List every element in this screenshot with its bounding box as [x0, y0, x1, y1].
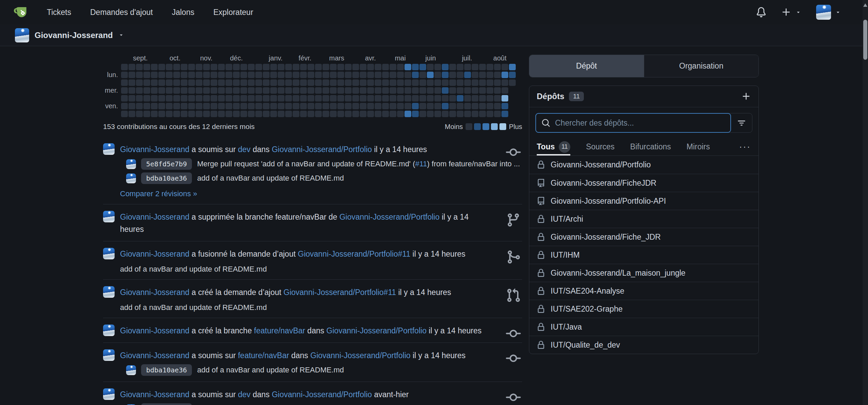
- heatmap-cell[interactable]: [397, 95, 404, 102]
- heatmap-cell[interactable]: [405, 72, 411, 78]
- heatmap-cell[interactable]: [464, 103, 471, 109]
- heatmap-cell[interactable]: [143, 87, 150, 94]
- heatmap-cell[interactable]: [233, 111, 240, 117]
- heatmap-cell[interactable]: [173, 87, 180, 94]
- heatmap-cell[interactable]: [442, 111, 449, 117]
- heatmap-cell[interactable]: [487, 87, 493, 94]
- heatmap-cell[interactable]: [390, 103, 396, 109]
- heatmap-cell[interactable]: [449, 103, 456, 109]
- heatmap-cell[interactable]: [188, 72, 195, 78]
- heatmap-cell[interactable]: [337, 72, 344, 78]
- heatmap-cell[interactable]: [419, 103, 426, 109]
- heatmap-cell[interactable]: [494, 87, 501, 94]
- heatmap-cell[interactable]: [158, 79, 165, 86]
- heatmap-cell[interactable]: [419, 79, 426, 86]
- heatmap-cell[interactable]: [196, 87, 202, 94]
- heatmap-cell[interactable]: [412, 87, 419, 94]
- heatmap-cell[interactable]: [472, 72, 478, 78]
- heatmap-cell[interactable]: [151, 72, 158, 78]
- heatmap-cell[interactable]: [427, 111, 434, 117]
- feed-link[interactable]: #11: [415, 160, 427, 168]
- heatmap-cell[interactable]: [322, 111, 329, 117]
- page-scrollbar[interactable]: [863, 0, 868, 405]
- heatmap-cell[interactable]: [397, 103, 404, 109]
- heatmap-cell[interactable]: [494, 111, 501, 117]
- heatmap-cell[interactable]: [360, 95, 367, 102]
- repo-list-item[interactable]: Giovanni-Josserand/FicheJDR: [529, 174, 758, 192]
- heatmap-cell[interactable]: [472, 64, 478, 70]
- heatmap-cell[interactable]: [196, 103, 202, 109]
- heatmap-cell[interactable]: [188, 111, 195, 117]
- repo-list-item[interactable]: Giovanni-Josserand/Portfolio: [529, 156, 758, 174]
- heatmap-cell[interactable]: [434, 79, 441, 86]
- heatmap-cell[interactable]: [345, 72, 352, 78]
- heatmap-cell[interactable]: [293, 103, 299, 109]
- heatmap-cell[interactable]: [405, 111, 411, 117]
- heatmap-cell[interactable]: [300, 79, 307, 86]
- context-user-switcher[interactable]: [118, 32, 124, 38]
- heatmap-cell[interactable]: [487, 95, 493, 102]
- heatmap-cell[interactable]: [367, 72, 374, 78]
- heatmap-cell[interactable]: [330, 95, 337, 102]
- heatmap-cell[interactable]: [285, 95, 292, 102]
- heatmap-cell[interactable]: [285, 103, 292, 109]
- heatmap-cell[interactable]: [129, 87, 135, 94]
- heatmap-cell[interactable]: [263, 72, 270, 78]
- heatmap-cell[interactable]: [233, 103, 240, 109]
- heatmap-cell[interactable]: [263, 111, 270, 117]
- heatmap-cell[interactable]: [360, 72, 367, 78]
- gitea-logo-icon[interactable]: [13, 4, 29, 20]
- heatmap-cell[interactable]: [270, 87, 277, 94]
- heatmap-cell[interactable]: [479, 79, 486, 86]
- repo-list-item[interactable]: Giovanni-Josserand/La_maison_jungle: [529, 264, 758, 282]
- heatmap-cell[interactable]: [248, 103, 255, 109]
- heatmap-cell[interactable]: [285, 72, 292, 78]
- heatmap-cell[interactable]: [442, 103, 449, 109]
- heatmap-cell[interactable]: [293, 111, 299, 117]
- heatmap-cell[interactable]: [218, 103, 225, 109]
- heatmap-cell[interactable]: [330, 103, 337, 109]
- heatmap-cell[interactable]: [479, 111, 486, 117]
- user-menu-button[interactable]: [816, 5, 841, 20]
- heatmap-cell[interactable]: [233, 64, 240, 70]
- heatmap-cell[interactable]: [315, 87, 322, 94]
- heatmap-cell[interactable]: [345, 79, 352, 86]
- heatmap-cell[interactable]: [285, 87, 292, 94]
- heatmap-cell[interactable]: [300, 95, 307, 102]
- heatmap-cell[interactable]: [136, 72, 143, 78]
- heatmap-cell[interactable]: [188, 95, 195, 102]
- heatmap-cell[interactable]: [203, 87, 210, 94]
- heatmap-cell[interactable]: [352, 79, 359, 86]
- heatmap-cell[interactable]: [360, 87, 367, 94]
- heatmap-cell[interactable]: [457, 95, 463, 102]
- heatmap-cell[interactable]: [449, 72, 456, 78]
- heatmap-cell[interactable]: [390, 72, 396, 78]
- heatmap-cell[interactable]: [151, 87, 158, 94]
- heatmap-cell[interactable]: [442, 79, 449, 86]
- heatmap-cell[interactable]: [218, 64, 225, 70]
- heatmap-cell[interactable]: [188, 79, 195, 86]
- repo-list-item[interactable]: IUT/Java: [529, 318, 758, 336]
- heatmap-cell[interactable]: [367, 95, 374, 102]
- heatmap-cell[interactable]: [367, 111, 374, 117]
- heatmap-cell[interactable]: [240, 111, 247, 117]
- heatmap-cell[interactable]: [427, 95, 434, 102]
- heatmap-cell[interactable]: [382, 103, 389, 109]
- heatmap-cell[interactable]: [233, 87, 240, 94]
- heatmap-cell[interactable]: [293, 87, 299, 94]
- heatmap-cell[interactable]: [121, 72, 128, 78]
- heatmap-cell[interactable]: [270, 111, 277, 117]
- create-new-button[interactable]: [781, 7, 801, 17]
- heatmap-cell[interactable]: [337, 64, 344, 70]
- heatmap-cell[interactable]: [494, 79, 501, 86]
- heatmap-cell[interactable]: [158, 111, 165, 117]
- heatmap-cell[interactable]: [308, 95, 314, 102]
- heatmap-cell[interactable]: [434, 64, 441, 70]
- heatmap-cell[interactable]: [121, 111, 128, 117]
- heatmap-cell[interactable]: [427, 72, 434, 78]
- heatmap-cell[interactable]: [121, 79, 128, 86]
- heatmap-cell[interactable]: [293, 79, 299, 86]
- repo-list-item[interactable]: IUT/SAE202-Graphe: [529, 300, 758, 318]
- heatmap-cell[interactable]: [360, 103, 367, 109]
- heatmap-cell[interactable]: [166, 103, 173, 109]
